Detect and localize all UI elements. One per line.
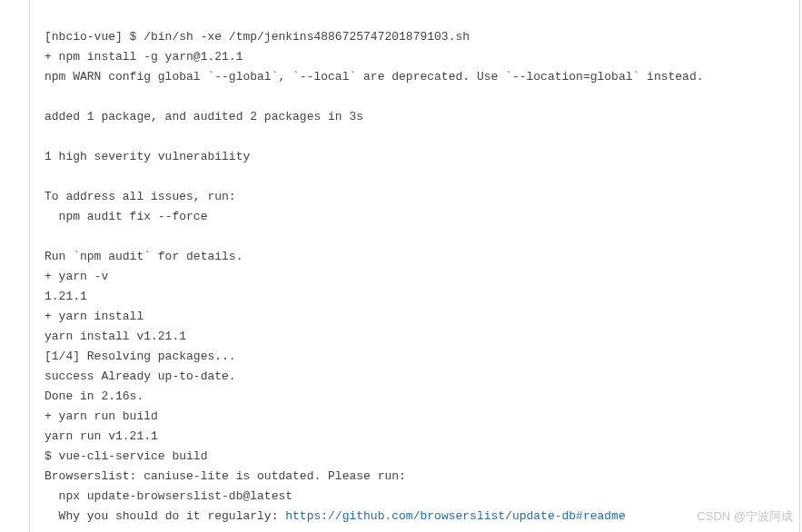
log-line: yarn run v1.21.1 bbox=[45, 429, 158, 443]
log-line: npm audit fix --force bbox=[45, 210, 207, 223]
log-line: [1/4] Resolving packages... bbox=[45, 350, 236, 363]
log-line: + npm install -g yarn@1.21.1 bbox=[45, 50, 243, 64]
log-line: npm WARN config global `--global`, `--lo… bbox=[45, 70, 704, 84]
log-line: [nbcio-vue] $ /bin/sh -xe /tmp/jenkins48… bbox=[45, 30, 470, 44]
log-line: + yarn install bbox=[45, 310, 144, 323]
log-line: + yarn -v bbox=[45, 270, 108, 283]
log-line-with-link: Why you should do it regularly: https://… bbox=[45, 509, 626, 523]
log-line: success Already up-to-date. bbox=[45, 369, 236, 383]
log-line: 1.21.1 bbox=[45, 290, 87, 303]
console-output: [nbcio-vue] $ /bin/sh -xe /tmp/jenkins48… bbox=[29, 0, 800, 532]
log-line: yarn install v1.21.1 bbox=[45, 330, 186, 343]
log-line-prefix: Why you should do it regularly: bbox=[45, 509, 285, 523]
log-line: + yarn run build bbox=[45, 409, 158, 423]
update-db-link[interactable]: https://github.com/browserslist/update-d… bbox=[285, 509, 625, 523]
log-line: Run `npm audit` for details. bbox=[45, 250, 243, 263]
log-line: Done in 2.16s. bbox=[45, 389, 144, 403]
log-line: To address all issues, run: bbox=[45, 190, 236, 203]
log-line: npx update-browserslist-db@latest bbox=[45, 489, 292, 503]
log-line: 1 high severity vulnerability bbox=[45, 150, 250, 163]
log-line: Browserslist: caniuse-lite is outdated. … bbox=[45, 469, 406, 483]
log-line: $ vue-cli-service build bbox=[45, 449, 207, 463]
log-line: added 1 package, and audited 2 packages … bbox=[45, 110, 363, 123]
